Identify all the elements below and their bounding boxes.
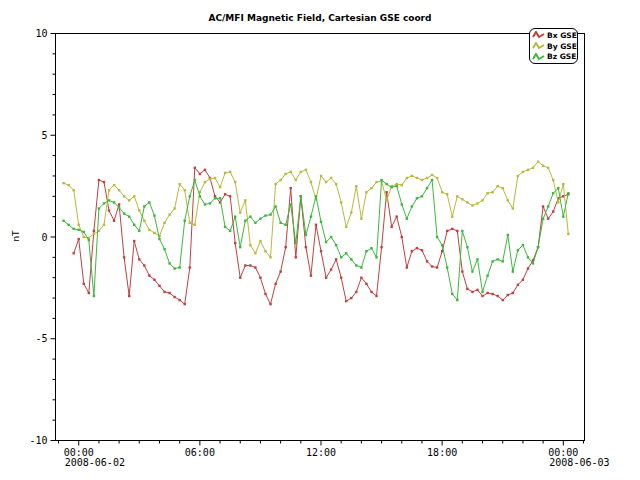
data-point — [310, 181, 312, 183]
data-point — [158, 238, 160, 240]
data-point — [350, 258, 352, 260]
bx-line-marker-icon — [532, 31, 545, 39]
legend-item-by: By GSE — [532, 41, 575, 52]
data-point — [441, 244, 443, 246]
data-point — [189, 266, 191, 268]
data-point — [300, 195, 302, 197]
data-point — [189, 222, 191, 224]
data-point — [481, 295, 483, 297]
data-point — [441, 191, 443, 193]
data-point — [269, 213, 271, 215]
legend-item-bx: Bx GSE — [532, 30, 575, 41]
data-point — [345, 226, 347, 228]
data-point — [517, 249, 519, 251]
data-point — [436, 177, 438, 179]
data-point — [244, 220, 246, 222]
x-date-label: 2008-06-03 — [549, 457, 609, 468]
data-point — [118, 203, 120, 205]
data-point — [512, 292, 514, 294]
series-line-bz-gse — [64, 180, 569, 300]
data-point — [537, 246, 539, 248]
data-point — [249, 264, 251, 266]
data-point — [78, 229, 80, 231]
data-point — [431, 265, 433, 267]
data-point — [148, 229, 150, 231]
data-point — [496, 185, 498, 187]
data-point — [254, 252, 256, 254]
data-point — [168, 213, 170, 215]
data-point — [274, 183, 276, 185]
data-point — [295, 242, 297, 244]
data-point — [204, 169, 206, 171]
data-point — [83, 236, 85, 238]
data-point — [305, 234, 307, 236]
data-point — [522, 279, 524, 281]
data-point — [78, 224, 80, 226]
data-point — [446, 230, 448, 232]
data-point — [496, 258, 498, 260]
data-point — [320, 221, 322, 223]
data-point — [507, 199, 509, 201]
data-point — [158, 285, 160, 287]
data-point — [108, 189, 110, 191]
data-point — [224, 193, 226, 195]
data-point — [264, 293, 266, 295]
data-point — [264, 250, 266, 252]
y-tick-label: 0 — [41, 232, 47, 243]
y-tick-label: -10 — [29, 435, 47, 446]
data-point — [244, 199, 246, 201]
data-point — [83, 283, 85, 285]
data-point — [461, 230, 463, 232]
data-point — [426, 177, 428, 179]
data-point — [269, 256, 271, 258]
data-point — [486, 274, 488, 276]
data-point — [512, 207, 514, 209]
data-point — [244, 264, 246, 266]
data-point — [350, 211, 352, 213]
data-point — [168, 262, 170, 264]
data-point — [148, 274, 150, 276]
data-point — [537, 161, 539, 163]
data-point — [67, 224, 69, 226]
data-point — [401, 236, 403, 238]
data-point — [502, 260, 504, 262]
data-point — [446, 193, 448, 195]
data-point — [194, 167, 196, 169]
data-point — [279, 222, 281, 224]
data-point — [133, 195, 135, 197]
data-point — [416, 247, 418, 249]
data-point — [209, 202, 211, 204]
data-point — [471, 291, 473, 293]
data-point — [340, 201, 342, 203]
data-point — [476, 258, 478, 260]
data-point — [527, 267, 529, 269]
data-point — [315, 224, 317, 226]
data-point — [62, 182, 64, 184]
y-tick-label: 10 — [35, 28, 47, 39]
data-point — [310, 215, 312, 217]
data-point — [72, 189, 74, 191]
data-point — [365, 191, 367, 193]
data-point — [507, 294, 509, 296]
data-point — [421, 195, 423, 197]
data-point — [416, 197, 418, 199]
data-point — [290, 171, 292, 173]
data-point — [562, 183, 564, 185]
data-point — [98, 179, 100, 181]
data-point — [284, 246, 286, 248]
data-point — [315, 195, 317, 197]
data-point — [72, 228, 74, 230]
data-point — [305, 246, 307, 248]
data-point — [471, 270, 473, 272]
data-point — [153, 279, 155, 281]
data-point — [178, 299, 180, 301]
data-point — [163, 222, 165, 224]
x-tick-label: 12:00 — [306, 447, 336, 458]
data-point — [204, 203, 206, 205]
legend-label-by: By GSE — [547, 42, 577, 51]
data-point — [542, 205, 544, 207]
data-point — [234, 181, 236, 183]
data-point — [512, 270, 514, 272]
data-point — [456, 299, 458, 301]
data-point — [552, 210, 554, 212]
